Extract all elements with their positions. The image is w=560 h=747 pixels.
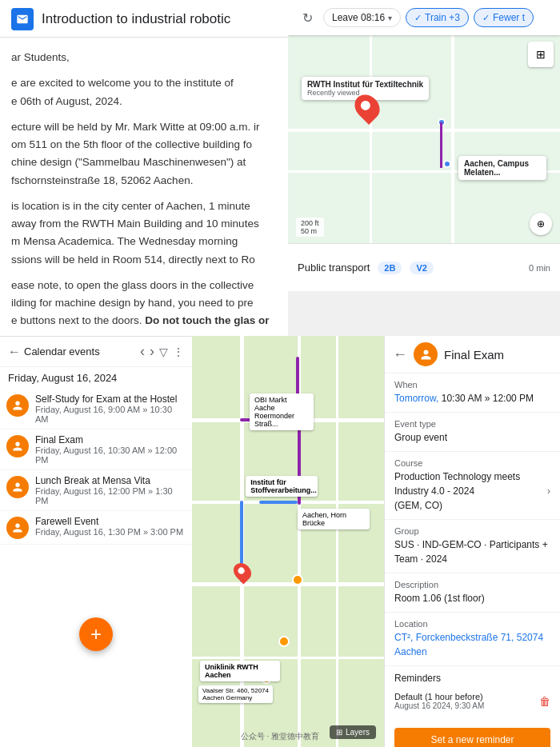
poi-name: RWTH Institut für Textiltechnik bbox=[307, 80, 423, 89]
event-icon-3 bbox=[6, 476, 29, 498]
event-time-2: Friday, August 16, 10:30 AM » 12:00 PM bbox=[35, 445, 186, 465]
add-icon: + bbox=[90, 625, 102, 644]
event-title-3: Lunch Break at Mensa Vita bbox=[35, 475, 186, 486]
event-detail-icon bbox=[414, 342, 438, 366]
event-title-1: Self-Study for Exam at the Hostel bbox=[35, 393, 186, 405]
reminders-title: Reminders bbox=[394, 673, 441, 684]
desc-value: Room 1.06 (1st floor) bbox=[394, 591, 550, 605]
event-time-1: Friday, August 16, 9:00 AM » 10:30 AM bbox=[35, 405, 186, 424]
calendar-menu-button[interactable]: ⋮ bbox=[173, 346, 184, 358]
vaalser-label: Vaalser Str. 460, 52074Aachen Germany bbox=[198, 685, 273, 703]
email-para2: ecture will be held by Mr. Mark Witte at… bbox=[11, 118, 277, 190]
leave-chip[interactable]: Leave 08:16 ▾ bbox=[323, 8, 401, 27]
course-arrow[interactable]: › bbox=[547, 484, 550, 498]
event-title-2: Final Exam bbox=[35, 434, 186, 445]
route-road-h4 bbox=[192, 657, 384, 659]
calendar-back-button[interactable]: ← bbox=[8, 345, 21, 359]
event-when-section: When Tomorrow, 10:30 AM » 12:00 PM bbox=[385, 374, 560, 413]
event-info-3: Lunch Break at Mensa Vita Friday, August… bbox=[35, 475, 186, 505]
layers-text: Layers bbox=[346, 728, 370, 737]
email-title: Introduction to industrial robotic bbox=[42, 11, 230, 27]
group-label: Group bbox=[394, 526, 550, 536]
reminder-item: Default (1 hour before) August 16 2024, … bbox=[394, 687, 550, 715]
train-check: ✓ bbox=[414, 13, 422, 23]
calendar-event-4[interactable]: Farewell Event Friday, August 16, 1:30 P… bbox=[0, 511, 192, 545]
event-detail-back-button[interactable]: ← bbox=[393, 346, 407, 363]
fewer-label: Fewer t bbox=[493, 12, 525, 23]
gmail-icon bbox=[11, 8, 34, 30]
event-type-section: Event type Group event bbox=[385, 413, 560, 452]
refresh-button[interactable]: ↻ bbox=[296, 6, 318, 29]
event-info-4: Farewell Event Friday, August 16, 1:30 P… bbox=[35, 516, 183, 537]
calendar-event-2[interactable]: Final Exam Friday, August 16, 10:30 AM »… bbox=[0, 429, 192, 470]
calendar-filter-button[interactable]: ▽ bbox=[159, 346, 168, 358]
email-para4: ease note, to open the glass doors in th… bbox=[11, 277, 277, 332]
transport-badge-v2: V2 bbox=[410, 262, 433, 274]
when-tomorrow: Tomorrow, bbox=[394, 393, 438, 404]
email-header: Introduction to industrial robotic bbox=[0, 0, 288, 38]
event-detail-header: ← Final Exam bbox=[385, 336, 560, 374]
route-label-text-2: OBI Markt AacheRoermonder Straß... bbox=[254, 396, 294, 428]
route-map-background: Institut fürStoffverarbeitung... OBI Mar… bbox=[192, 336, 384, 747]
route-layers-button[interactable]: ⊞ Layers bbox=[330, 725, 376, 739]
reminder-info: Default (1 hour before) August 16 2024, … bbox=[394, 692, 484, 710]
fewer-check: ✓ bbox=[482, 13, 490, 23]
compass[interactable]: ⊕ bbox=[530, 213, 552, 235]
calendar-prev-button[interactable]: ‹ bbox=[140, 343, 145, 360]
route-label-1: Institut fürStoffverarbeitung... bbox=[246, 476, 318, 497]
transport-badge-2b: 2B bbox=[378, 262, 402, 274]
fewer-chip[interactable]: ✓ Fewer t bbox=[474, 8, 534, 27]
location-value: CT², Forckenbeckstraße 71, 52074 Aachen bbox=[394, 630, 550, 659]
train-chip[interactable]: ✓ Train +3 bbox=[406, 8, 469, 27]
reminders-section: Reminders Default (1 hour before) August… bbox=[385, 666, 560, 721]
event-time-3: Friday, August 16, 12:00 PM » 1:30 PM bbox=[35, 486, 186, 505]
layers-icon: ⊞ bbox=[336, 728, 342, 737]
vaalser-text: Vaalser Str. 460, 52074Aachen Germany bbox=[202, 687, 269, 701]
route-orange-dot-2 bbox=[278, 636, 290, 647]
uniklinik-label: Uniklinik RWTH Aachen bbox=[200, 661, 280, 681]
event-location-section: Location CT², Forckenbeckstraße 71, 5207… bbox=[385, 613, 560, 666]
calendar-next-button[interactable]: › bbox=[150, 343, 154, 360]
route-label-3: Aachen, Horn Brücke bbox=[298, 509, 370, 529]
layers-button[interactable]: ⊞ bbox=[528, 42, 554, 67]
watermark-text: 公众号 · 雅堂德中教育 bbox=[241, 732, 319, 741]
email-salutation: ar Students, bbox=[11, 49, 277, 66]
location-label: Location bbox=[394, 619, 550, 629]
type-value: Group event bbox=[394, 430, 550, 445]
calendar-panel: ← Calendar events ‹ › ▽ ⋮ Friday, August… bbox=[0, 336, 192, 747]
calendar-date: Friday, August 16, 2024 bbox=[8, 372, 117, 384]
desc-label: Description bbox=[394, 580, 550, 589]
location-link[interactable]: CT², Forckenbeckstraße 71, 52074 Aachen bbox=[394, 632, 543, 657]
email-para3: is location is in the city center of Aac… bbox=[11, 198, 277, 269]
calendar-event-1[interactable]: Self-Study for Exam at the Hostel Friday… bbox=[0, 389, 192, 429]
calendar-date-row: Friday, August 16, 2024 bbox=[0, 367, 192, 389]
leave-label: Leave 08:16 bbox=[332, 12, 385, 23]
event-detail-panel: ← Final Exam When Tomorrow, 10:30 AM » 1… bbox=[384, 336, 560, 747]
calendar-header: ← Calendar events ‹ › ▽ ⋮ bbox=[0, 337, 192, 367]
scale-m: 50 m bbox=[301, 227, 317, 235]
transport-duration: 0 min bbox=[529, 263, 550, 273]
calendar-event-3[interactable]: Lunch Break at Mensa Vita Friday, August… bbox=[0, 470, 192, 511]
event-time-4: Friday, August 16, 1:30 PM » 3:00 PM bbox=[35, 527, 183, 537]
public-transport-section: Public transport 2B V2 0 min bbox=[288, 243, 560, 291]
add-event-button[interactable]: + bbox=[79, 617, 113, 651]
set-reminder-button[interactable]: Set a new reminder bbox=[394, 728, 550, 747]
dest-label: Aachen, Campus Melaten... bbox=[458, 156, 546, 180]
event-icon-4 bbox=[6, 517, 29, 539]
when-label: When bbox=[394, 380, 550, 389]
when-value: Tomorrow, 10:30 AM » 12:00 PM bbox=[394, 391, 550, 405]
course-value: Production Technology meets Industry 4.0… bbox=[394, 469, 550, 513]
maps-toolbar: ↻ Leave 08:16 ▾ ✓ Train +3 ✓ Fewer t bbox=[288, 0, 560, 35]
when-rest: 10:30 AM » 12:00 PM bbox=[442, 393, 534, 404]
event-icon-2 bbox=[6, 435, 29, 457]
route-line bbox=[440, 122, 442, 168]
route-dot-2 bbox=[443, 160, 451, 168]
event-info-2: Final Exam Friday, August 16, 10:30 AM »… bbox=[35, 434, 186, 465]
road-horizontal-1 bbox=[288, 129, 560, 132]
course-label: Course bbox=[394, 458, 550, 468]
reminder-date: August 16 2024, 9:30 AM bbox=[394, 701, 484, 710]
group-value: SUS · IND-GEM-CO · Participants + Team ·… bbox=[394, 537, 550, 566]
event-group-section: Group SUS · IND-GEM-CO · Participants + … bbox=[385, 520, 560, 573]
road-vertical-1 bbox=[451, 35, 454, 243]
reminder-delete-button[interactable]: 🗑 bbox=[539, 695, 550, 708]
